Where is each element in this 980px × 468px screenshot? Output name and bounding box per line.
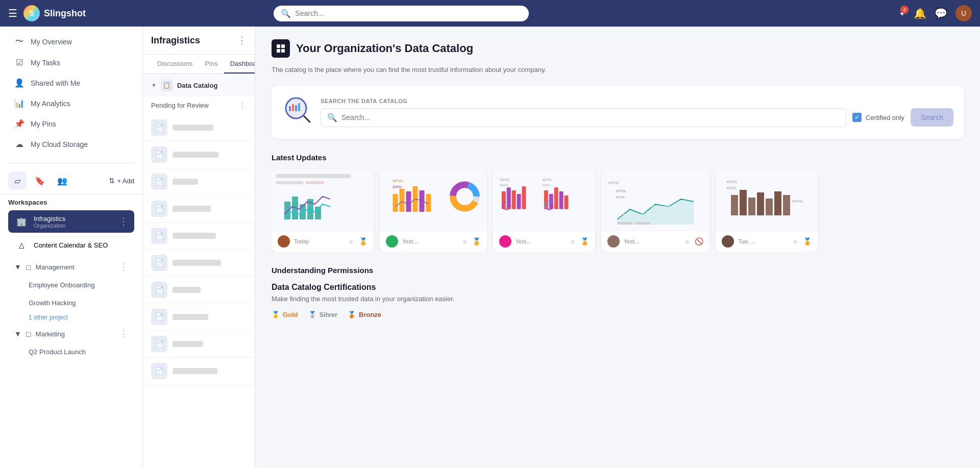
list-item[interactable]: 📄 ⋮ [143, 277, 255, 304]
list-item[interactable]: 📄 ⋮ [143, 331, 255, 358]
certified-checkbox[interactable]: ✓ [852, 113, 862, 122]
hamburger-menu[interactable]: ☰ [8, 7, 17, 19]
ai-button[interactable]: ✦ 4 [899, 9, 905, 18]
svg-text:KPI%: KPI% [792, 199, 802, 204]
pins-icon: 📌 [14, 119, 24, 129]
card-5-star[interactable]: ★ [792, 237, 799, 245]
card-4-no-cert-icon: 🚫 [695, 237, 703, 245]
sidebar-item-my-analytics[interactable]: 📊 My Analytics [4, 93, 138, 113]
sidebar-label-my-cloud-storage: My Cloud Storage [31, 140, 88, 149]
tab-pins[interactable]: Pins [199, 55, 224, 73]
item-name-blurred [173, 368, 217, 374]
search-catalog-button[interactable]: Search [911, 108, 953, 127]
sidebar-item-shared-with-me[interactable]: 👤 Shared with Me [4, 73, 138, 93]
marketing-group-header[interactable]: ▼ ◻ Marketing ⋮ [8, 325, 134, 342]
gold-label: Gold [283, 311, 298, 318]
sidebar-item-my-tasks[interactable]: ☑ My Tasks [4, 53, 138, 72]
management-group-header[interactable]: ▼ ◻ Management ⋮ [8, 258, 134, 276]
search-input[interactable] [295, 9, 522, 17]
cert-badge-bronze: 🥉 Bronze [348, 311, 381, 318]
card-2-time: Yest... [402, 238, 457, 244]
cert-badge-silver: 🥈 Silver [308, 311, 337, 318]
card-3-star[interactable]: ★ [570, 237, 576, 245]
list-item[interactable]: 📄 ⋮ [143, 114, 255, 141]
list-item[interactable]: 📄 ⋮ [143, 358, 255, 385]
other-project-link[interactable]: 1 other project [8, 312, 134, 323]
certified-toggle[interactable]: ✓ Certified only [852, 113, 904, 122]
dashboard-card-5[interactable]: KPI% KPI% KPI% [716, 170, 818, 252]
q2-product-launch-label: Q2 Product Launch [29, 348, 86, 356]
user-avatar[interactable]: U [955, 5, 972, 21]
card-2-footer: Yest... ★ 🏅 [380, 231, 487, 252]
silver-label: Silver [320, 311, 337, 318]
marketing-more[interactable]: ⋮ [119, 328, 128, 339]
list-item[interactable]: 📄 ⋮ [143, 250, 255, 277]
svg-rect-19 [400, 189, 405, 212]
catalog-search-field[interactable]: 🔍 [321, 108, 846, 127]
card-1-time: Today [294, 238, 344, 244]
dashboard-cards-grid: Today ★ 🏅 KPI% KPI% [272, 170, 964, 252]
middle-panel: Infragistics ⋮ Discussions Pins Dashboar… [143, 27, 255, 468]
workspace-infragistics[interactable]: 🏢 Infragistics Organization ⋮ [8, 210, 134, 233]
tab-discussions[interactable]: Discussions [151, 55, 199, 73]
certified-label: Certified only [866, 114, 904, 121]
list-item[interactable]: 📄 ⋮ [143, 141, 255, 168]
card-2-medal: 🏅 [472, 237, 481, 245]
global-search[interactable]: 🔍 [274, 6, 529, 21]
svg-rect-57 [740, 190, 747, 215]
tab-bookmarks[interactable]: 🔖 [31, 171, 49, 190]
svg-rect-58 [748, 198, 755, 215]
list-item[interactable]: 📄 ⋮ [143, 223, 255, 250]
sidebar-item-q2-product-launch[interactable]: Q2 Product Launch ⋮ [8, 343, 134, 360]
workspace-group-management: ▼ ◻ Management ⋮ Employee Onboarding ⋮ G… [8, 258, 134, 323]
card-1-avatar [278, 235, 290, 248]
management-more[interactable]: ⋮ [119, 261, 128, 273]
workspace-options-button[interactable]: ⋮ [237, 35, 247, 46]
tab-people[interactable]: 👥 [53, 171, 71, 190]
dashboard-card-2[interactable]: KPI% KPI% [380, 170, 487, 252]
add-workspace-button[interactable]: ⇅ + Add [109, 177, 134, 185]
dashboard-card-4[interactable]: KPI% KPI% KPI% [601, 170, 709, 252]
pending-more-button[interactable]: ⋮ [238, 101, 247, 110]
data-catalog-section[interactable]: ▼ 📋 Data Catalog [143, 74, 255, 96]
item-name-blurred [173, 125, 213, 131]
svg-rect-1 [281, 44, 285, 48]
sidebar-item-my-overview[interactable]: 〜 My Overview [4, 31, 138, 52]
card-2-star[interactable]: ★ [461, 237, 468, 245]
dashboard-card-3[interactable]: KPI% KPI% KPI% [493, 170, 595, 252]
item-icon: 📄 [151, 146, 167, 163]
chevron-down-icon-marketing: ▼ [14, 330, 21, 338]
sidebar-item-my-cloud-storage[interactable]: ☁ My Cloud Storage [4, 134, 138, 154]
svg-rect-8 [298, 103, 300, 111]
chat-icon[interactable]: 💬 [935, 7, 947, 19]
sidebar-item-growth-hacking[interactable]: Growth Hacking ⋮ [8, 294, 134, 311]
workspace-infragistics-more[interactable]: ⋮ [119, 216, 128, 227]
card-4-time: Yest... [624, 238, 680, 244]
app-name: Slingshot [44, 8, 86, 19]
sidebar-item-employee-onboarding[interactable]: Employee Onboarding ⋮ [8, 276, 134, 293]
bell-icon[interactable]: 🔔 [914, 7, 926, 19]
svg-rect-22 [420, 190, 425, 212]
workspace-content-calendar[interactable]: △ Content Calendar & SEO ⋮ [8, 234, 134, 256]
card-4-star[interactable]: ★ [684, 237, 691, 245]
add-label[interactable]: + Add [117, 177, 134, 185]
dashboard-card-1[interactable]: Today ★ 🏅 [272, 170, 374, 252]
list-item[interactable]: 📄 ⋮ [143, 304, 255, 331]
svg-rect-0 [277, 44, 280, 48]
tab-dashboards[interactable]: Dashboards [224, 55, 255, 73]
data-catalog-label: Data Catalog [177, 82, 217, 89]
svg-text:KPI%: KPI% [543, 178, 551, 182]
sidebar-navigation: 〜 My Overview ☑ My Tasks 👤 Shared with M… [0, 27, 142, 159]
cert-badge-gold: 🥇 Gold [272, 311, 298, 318]
item-icon: 📄 [151, 228, 167, 244]
content-area: Your Organization's Data Catalog The cat… [255, 27, 980, 331]
logo-icon: S [23, 5, 40, 21]
catalog-search-input[interactable] [341, 113, 840, 121]
list-item[interactable]: 📄 ⋮ [143, 168, 255, 195]
item-icon: 📄 [151, 282, 167, 298]
card-1-medal: 🏅 [359, 237, 368, 245]
sidebar-item-my-pins[interactable]: 📌 My Pins [4, 114, 138, 134]
list-item[interactable]: 📄 ⋮ [143, 195, 255, 223]
card-1-star[interactable]: ★ [348, 237, 355, 245]
tab-workspaces[interactable]: ▱ [8, 171, 27, 190]
